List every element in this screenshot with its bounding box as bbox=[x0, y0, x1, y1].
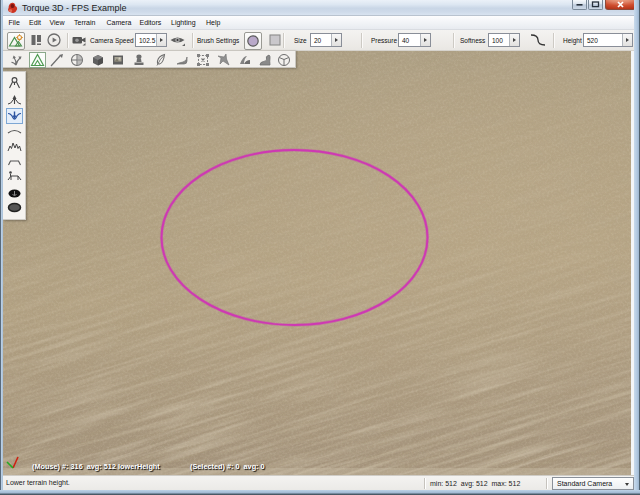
svg-text:(Mouse) #: 316 avg: 512 lower: (Mouse) #: 316 avg: 512 lowerHeight bbox=[32, 462, 160, 471]
svg-text:(Selected) #: 0 avg: 0: (Selected) #: 0 avg: 0 bbox=[190, 462, 265, 471]
